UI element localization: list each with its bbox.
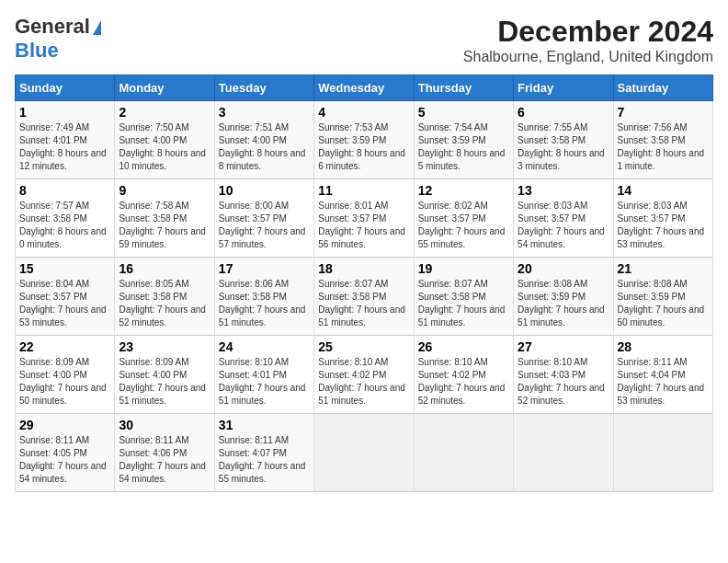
day-number: 4 xyxy=(318,105,409,120)
calendar-cell: 8 Sunrise: 7:57 AM Sunset: 3:58 PM Dayli… xyxy=(16,179,115,258)
sunset-label: Sunset: xyxy=(418,292,452,302)
day-number: 15 xyxy=(19,261,110,276)
calendar-cell: 23 Sunrise: 8:09 AM Sunset: 4:00 PM Dayl… xyxy=(115,336,214,414)
header-day-tuesday: Tuesday xyxy=(214,75,313,101)
calendar-table: SundayMondayTuesdayWednesdayThursdayFrid… xyxy=(15,75,713,492)
header-day-monday: Monday xyxy=(115,75,214,101)
day-detail: Sunrise: 7:51 AM Sunset: 4:00 PM Dayligh… xyxy=(219,121,310,173)
sunset-label: Sunset: xyxy=(518,213,552,224)
sunrise-time: 8:08 AM xyxy=(554,279,588,289)
calendar-cell: 28 Sunrise: 8:11 AM Sunset: 4:04 PM Dayl… xyxy=(613,336,712,414)
sunset-time: 4:00 PM xyxy=(153,135,187,145)
sunset-label: Sunset: xyxy=(219,213,253,224)
sunset-label: Sunset: xyxy=(119,213,153,224)
sunset-time: 4:00 PM xyxy=(153,370,187,380)
sunset-time: 4:01 PM xyxy=(253,370,287,380)
sunrise-label: Sunrise: xyxy=(19,201,55,211)
sunset-time: 4:01 PM xyxy=(53,135,87,145)
day-number: 22 xyxy=(19,339,110,354)
sunset-label: Sunset: xyxy=(219,370,253,380)
daylight-label: Daylight: 7 hours and 51 minutes. xyxy=(318,383,405,406)
calendar-cell: 26 Sunrise: 8:10 AM Sunset: 4:02 PM Dayl… xyxy=(414,336,513,414)
sunset-label: Sunset: xyxy=(318,370,352,380)
sunset-label: Sunset: xyxy=(518,292,552,302)
day-detail: Sunrise: 8:01 AM Sunset: 3:57 PM Dayligh… xyxy=(318,200,409,251)
calendar-cell: 18 Sunrise: 8:07 AM Sunset: 3:58 PM Dayl… xyxy=(314,258,414,336)
sunrise-time: 8:11 AM xyxy=(155,435,189,445)
calendar-week-row: 15 Sunrise: 8:04 AM Sunset: 3:57 PM Dayl… xyxy=(16,258,713,336)
sunrise-label: Sunrise: xyxy=(119,435,154,445)
day-number: 8 xyxy=(19,183,110,198)
calendar-cell: 30 Sunrise: 8:11 AM Sunset: 4:06 PM Dayl… xyxy=(115,414,214,492)
logo-text-blue: Blue xyxy=(15,39,59,62)
daylight-label: Daylight: 7 hours and 52 minutes. xyxy=(119,304,206,327)
daylight-label: Daylight: 7 hours and 57 minutes. xyxy=(219,226,306,249)
sunset-label: Sunset: xyxy=(418,213,452,224)
day-detail: Sunrise: 8:04 AM Sunset: 3:57 PM Dayligh… xyxy=(19,278,110,329)
sunset-label: Sunset: xyxy=(418,370,452,380)
day-number: 7 xyxy=(618,105,709,120)
sunset-label: Sunset: xyxy=(119,370,153,380)
sunset-label: Sunset: xyxy=(119,448,153,458)
sunrise-time: 8:05 AM xyxy=(155,279,189,289)
calendar-cell xyxy=(414,414,513,492)
daylight-label: Daylight: 8 hours and 12 minutes. xyxy=(19,148,107,171)
sunset-time: 3:59 PM xyxy=(651,292,685,302)
daylight-label: Daylight: 7 hours and 51 minutes. xyxy=(119,383,206,406)
calendar-cell: 15 Sunrise: 8:04 AM Sunset: 3:57 PM Dayl… xyxy=(16,258,115,336)
daylight-label: Daylight: 7 hours and 52 minutes. xyxy=(518,383,605,406)
logo: General Blue xyxy=(15,15,101,63)
sunrise-label: Sunrise: xyxy=(119,201,154,211)
sunrise-time: 7:53 AM xyxy=(355,122,389,132)
sunrise-time: 8:10 AM xyxy=(255,357,289,367)
sunset-time: 3:58 PM xyxy=(153,213,187,224)
day-detail: Sunrise: 8:10 AM Sunset: 4:02 PM Dayligh… xyxy=(318,356,409,408)
day-number: 19 xyxy=(418,261,509,276)
sunset-label: Sunset: xyxy=(318,213,352,224)
sunset-time: 4:03 PM xyxy=(552,370,586,380)
sunrise-label: Sunrise: xyxy=(119,122,154,132)
sunrise-time: 8:09 AM xyxy=(55,357,89,367)
sunrise-label: Sunrise: xyxy=(418,122,454,132)
calendar-cell: 5 Sunrise: 7:54 AM Sunset: 3:59 PM Dayli… xyxy=(414,101,513,179)
header-day-thursday: Thursday xyxy=(414,75,513,101)
sunset-label: Sunset: xyxy=(418,135,452,145)
sunrise-time: 8:07 AM xyxy=(355,279,389,289)
daylight-label: Daylight: 8 hours and 1 minute. xyxy=(618,148,705,171)
calendar-cell: 4 Sunrise: 7:53 AM Sunset: 3:59 PM Dayli… xyxy=(314,101,414,179)
header-day-wednesday: Wednesday xyxy=(314,75,414,101)
calendar-cell: 14 Sunrise: 8:03 AM Sunset: 3:57 PM Dayl… xyxy=(613,179,712,258)
day-number: 18 xyxy=(318,261,409,276)
calendar-cell: 1 Sunrise: 7:49 AM Sunset: 4:01 PM Dayli… xyxy=(16,101,115,179)
sunset-label: Sunset: xyxy=(219,292,253,302)
daylight-label: Daylight: 7 hours and 52 minutes. xyxy=(418,383,506,406)
calendar-cell: 22 Sunrise: 8:09 AM Sunset: 4:00 PM Dayl… xyxy=(16,336,115,414)
sunset-label: Sunset: xyxy=(518,370,552,380)
calendar-cell: 6 Sunrise: 7:55 AM Sunset: 3:58 PM Dayli… xyxy=(514,101,613,179)
sunrise-label: Sunrise: xyxy=(518,279,553,289)
calendar-week-row: 29 Sunrise: 8:11 AM Sunset: 4:05 PM Dayl… xyxy=(16,414,713,492)
day-detail: Sunrise: 8:02 AM Sunset: 3:57 PM Dayligh… xyxy=(418,200,509,251)
sunset-label: Sunset: xyxy=(618,135,652,145)
sunset-label: Sunset: xyxy=(219,135,253,145)
sunset-time: 3:58 PM xyxy=(552,135,586,145)
sunrise-time: 8:03 AM xyxy=(654,201,688,211)
sunrise-label: Sunrise: xyxy=(318,279,354,289)
calendar-cell xyxy=(613,414,712,492)
header-day-friday: Friday xyxy=(514,75,613,101)
sunrise-time: 8:11 AM xyxy=(654,357,688,367)
day-detail: Sunrise: 7:56 AM Sunset: 3:58 PM Dayligh… xyxy=(618,121,709,173)
day-detail: Sunrise: 8:10 AM Sunset: 4:02 PM Dayligh… xyxy=(418,356,509,408)
sunset-time: 3:59 PM xyxy=(451,135,485,145)
daylight-label: Daylight: 7 hours and 51 minutes. xyxy=(219,383,306,406)
daylight-label: Daylight: 8 hours and 6 minutes. xyxy=(318,148,405,171)
sunset-time: 3:57 PM xyxy=(451,213,485,224)
sunrise-time: 8:07 AM xyxy=(454,279,488,289)
daylight-label: Daylight: 7 hours and 51 minutes. xyxy=(219,304,306,327)
sunrise-time: 8:04 AM xyxy=(55,279,89,289)
sunset-time: 3:58 PM xyxy=(651,135,685,145)
sunset-time: 3:58 PM xyxy=(352,292,386,302)
day-number: 29 xyxy=(19,418,110,432)
sunrise-label: Sunrise: xyxy=(19,357,55,367)
sunset-label: Sunset: xyxy=(219,448,253,458)
